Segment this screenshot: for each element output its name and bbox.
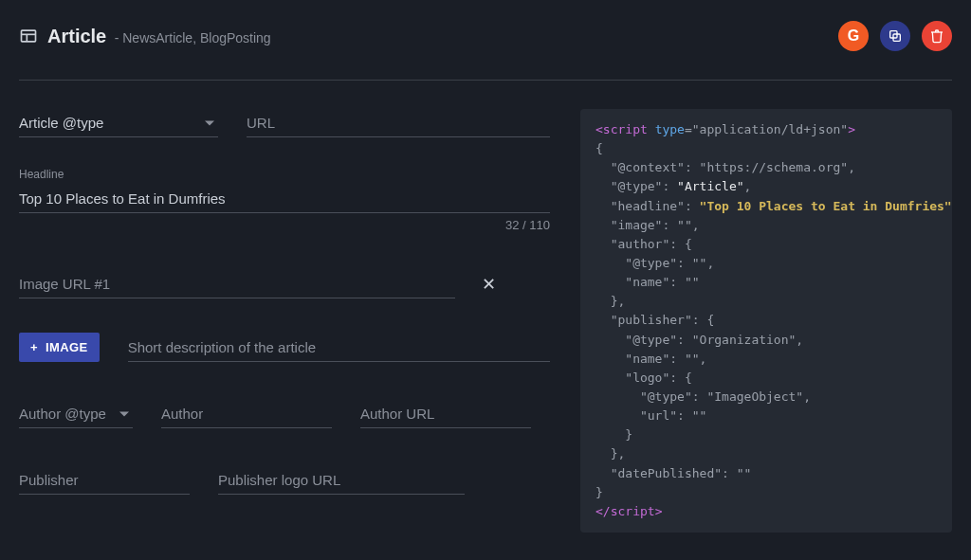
header: Article - NewsArticle, BlogPosting G [19, 21, 952, 81]
add-image-button[interactable]: + IMAGE [19, 333, 100, 362]
author-type-select-wrap[interactable] [19, 400, 133, 428]
article-type-select[interactable] [19, 109, 218, 137]
title-text: Article [47, 26, 106, 46]
image-url-input[interactable] [19, 270, 455, 298]
description-input[interactable] [128, 334, 550, 362]
google-test-button[interactable]: G [838, 21, 869, 51]
title-block: Article - NewsArticle, BlogPosting [19, 26, 271, 47]
image-row: ✕ [19, 270, 550, 298]
url-field [247, 109, 550, 137]
author-type-field [19, 400, 133, 428]
article-type-field [19, 109, 218, 137]
publisher-field [19, 466, 190, 495]
row-type-url [19, 109, 550, 137]
publisher-input[interactable] [19, 466, 190, 495]
remove-image-button[interactable]: ✕ [474, 270, 503, 298]
headline-counter: 32 / 110 [505, 218, 550, 232]
table-icon [19, 27, 38, 45]
author-field [161, 400, 332, 428]
row-author [19, 400, 550, 428]
page-title: Article - NewsArticle, BlogPosting [47, 26, 271, 47]
headline-input[interactable] [19, 185, 550, 213]
image-url-field [19, 270, 455, 298]
copy-icon [888, 28, 903, 44]
author-type-select[interactable] [19, 400, 133, 428]
svg-rect-0 [22, 30, 36, 42]
row-publisher [19, 466, 550, 495]
headline-label: Headline [19, 168, 550, 181]
subtitle-text: - NewsArticle, BlogPosting [115, 30, 271, 45]
publisher-logo-field [218, 466, 465, 495]
description-field [128, 334, 550, 362]
article-type-select-wrap[interactable] [19, 109, 218, 137]
app-root: Article - NewsArticle, BlogPosting G [0, 0, 971, 533]
code-block: <script type="application/ld+json"> { "@… [595, 120, 937, 521]
delete-button[interactable] [922, 21, 952, 51]
headline-max: 110 [529, 218, 550, 232]
plus-icon: + [30, 340, 38, 354]
header-actions: G [838, 21, 952, 51]
publisher-logo-input[interactable] [218, 466, 465, 495]
row-addimage-desc: + IMAGE [19, 333, 550, 362]
body: Headline 32 / 110 ✕ + IMAGE [19, 109, 952, 533]
form-column: Headline 32 / 110 ✕ + IMAGE [19, 109, 550, 533]
add-image-label: IMAGE [46, 340, 88, 354]
close-icon: ✕ [482, 274, 496, 295]
code-preview: <script type="application/ld+json"> { "@… [580, 109, 952, 533]
headline-field: Headline 32 / 110 [19, 168, 550, 213]
google-g-icon: G [848, 27, 859, 45]
headline-count: 32 [505, 218, 519, 232]
author-url-input[interactable] [360, 400, 531, 428]
url-input[interactable] [247, 109, 550, 137]
copy-button[interactable] [880, 21, 910, 51]
author-url-field [360, 400, 531, 428]
trash-icon [929, 28, 944, 44]
author-input[interactable] [161, 400, 332, 428]
